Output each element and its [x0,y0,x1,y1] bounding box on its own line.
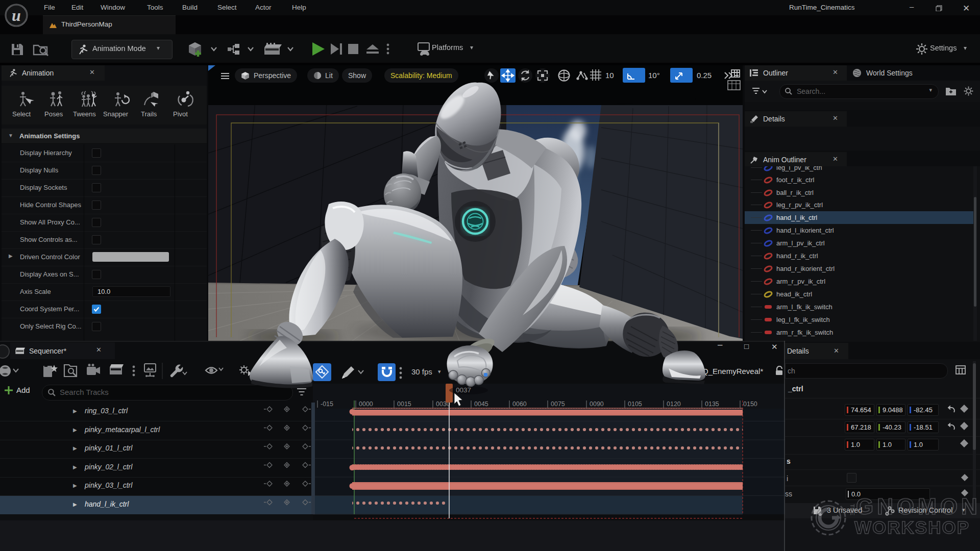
svg-text:0015: 0015 [397,400,411,408]
svg-text:0090: 0090 [590,400,604,408]
svg-text:0075: 0075 [551,400,565,408]
svg-text:0150: 0150 [743,400,757,408]
svg-text:0105: 0105 [628,400,642,408]
svg-text:0120: 0120 [667,400,681,408]
svg-text:u: u [12,6,21,24]
svg-text:0045: 0045 [474,400,488,408]
svg-text:0135: 0135 [705,400,719,408]
svg-text:-015: -015 [321,400,333,408]
svg-text:0037: 0037 [456,386,471,394]
svg-text:0000: 0000 [359,400,373,408]
svg-text:0060: 0060 [512,400,527,408]
